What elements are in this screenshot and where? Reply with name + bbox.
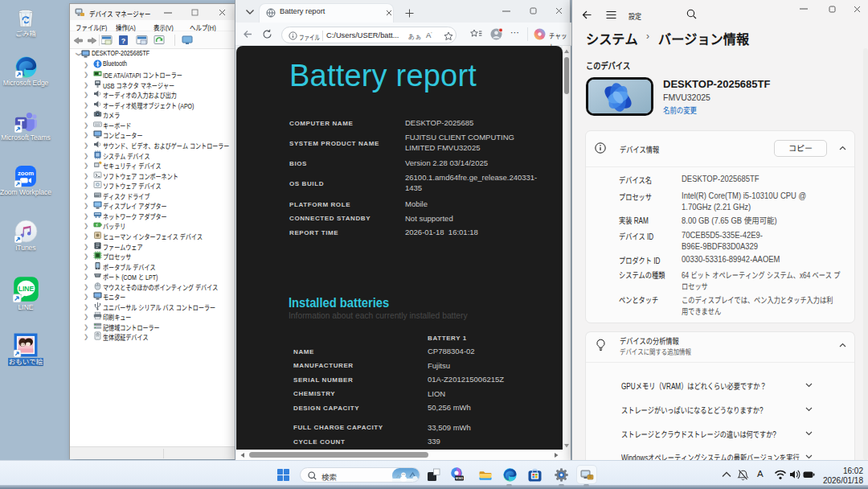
svg-text:M365: M365 [456, 477, 464, 480]
svg-text:?: ? [121, 37, 126, 45]
svg-text:LINE: LINE [18, 285, 34, 293]
svg-text:zoom: zoom [18, 170, 34, 177]
